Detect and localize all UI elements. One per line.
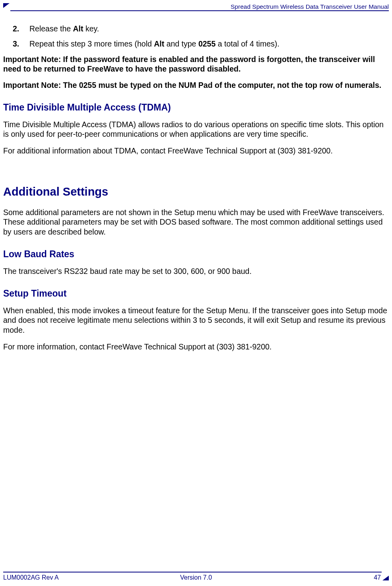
header-rule: [10, 10, 389, 11]
tdma-p2: For additional information about TDMA, c…: [3, 146, 389, 155]
page-header: Spread Spectrum Wireless Data Transceive…: [3, 3, 389, 13]
important-note-2: Important Note: The 0255 must be typed o…: [3, 80, 389, 90]
step-number: 3.: [13, 39, 29, 49]
step-number: 2.: [13, 24, 29, 33]
header-title: Spread Spectrum Wireless Data Transceive…: [229, 3, 389, 10]
footer-version: Version 7.0: [3, 574, 389, 581]
header-triangle-icon: [3, 3, 10, 8]
page-content: 2. Release the Alt key. 3. Repeat this s…: [3, 24, 389, 359]
setup-timeout-heading: Setup Timeout: [3, 288, 389, 299]
page-footer: LUM0002AG Rev A Version 7.0 47: [3, 572, 389, 583]
low-baud-p1: The transceiver's RS232 baud rate may be…: [3, 266, 389, 276]
footer-page-number: 47: [374, 574, 381, 581]
step-text: Repeat this step 3 more times (hold Alt …: [29, 39, 389, 49]
tdma-p1: Time Divisible Multiple Access (TDMA) al…: [3, 120, 389, 139]
tdma-heading: Time Divisible Multiple Access (TDMA): [3, 102, 389, 113]
footer-rule: [3, 572, 382, 572]
important-note-1: Important Note: If the password feature …: [3, 54, 389, 74]
step-2: 2. Release the Alt key.: [13, 24, 389, 33]
setup-timeout-p1: When enabled, this mode invokes a timeou…: [3, 306, 389, 335]
step-3: 3. Repeat this step 3 more times (hold A…: [13, 39, 389, 49]
setup-timeout-p2: For more information, contact FreeWave T…: [3, 342, 389, 351]
step-text: Release the Alt key.: [29, 24, 389, 33]
additional-intro: Some additional parameters are not shown…: [3, 208, 389, 237]
low-baud-heading: Low Baud Rates: [3, 248, 389, 260]
additional-settings-heading: Additional Settings: [3, 184, 389, 199]
